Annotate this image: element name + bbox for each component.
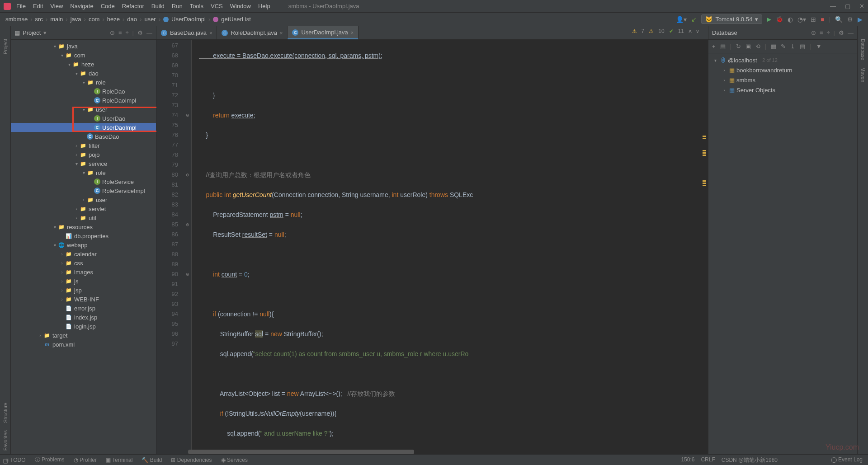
rail-project[interactable]: Project: [3, 35, 8, 58]
menu-vcs[interactable]: VCS: [211, 3, 223, 9]
tree-roleserviceimpl[interactable]: CRoleServiceImpl: [11, 186, 156, 195]
menu-help[interactable]: Help: [258, 3, 270, 9]
hide-icon[interactable]: —: [848, 29, 854, 36]
run-config-selector[interactable]: 🐱 Tomcat 9.0.54 ▾: [701, 14, 762, 24]
collapse-icon[interactable]: ÷: [125, 29, 128, 36]
tool-window-icon[interactable]: ▢: [3, 457, 8, 464]
tab-userdaoimpl[interactable]: CUserDaoImpl.java×: [288, 26, 359, 39]
tree-roledao[interactable]: IRoleDao: [11, 87, 156, 96]
refresh-icon[interactable]: ↻: [736, 43, 741, 50]
bottom-terminal[interactable]: ▣ Terminal: [106, 457, 132, 463]
bottom-build[interactable]: 🔨 Build: [142, 457, 162, 463]
sync-icon[interactable]: ▶: [858, 16, 863, 23]
chevron-down-icon[interactable]: v: [696, 28, 699, 34]
tree-roleservice[interactable]: IRoleService: [11, 177, 156, 186]
tree-util[interactable]: ›📁util: [11, 213, 156, 222]
tree-java[interactable]: ▾📁java: [11, 42, 156, 51]
edit-icon[interactable]: ✎: [781, 43, 786, 50]
tree-loginjsp[interactable]: 📄login.jsp: [11, 322, 156, 331]
minimize-icon[interactable]: —: [830, 3, 836, 9]
tree-target[interactable]: ›📁target: [11, 331, 156, 340]
db-server-objects[interactable]: ›▦Server Objects: [708, 85, 857, 95]
tree-webinf[interactable]: ›📁WEB-INF: [11, 295, 156, 304]
bottom-profiler[interactable]: ◔ Profiler: [74, 457, 97, 463]
menu-window[interactable]: Window: [230, 3, 251, 9]
bc-project[interactable]: smbmse: [5, 16, 28, 23]
tree-webapp[interactable]: ▾🌐webapp: [11, 240, 156, 249]
close-icon[interactable]: ×: [351, 30, 354, 35]
tree-filter[interactable]: ›📁filter: [11, 141, 156, 150]
tree-indexjsp[interactable]: 📄index.jsp: [11, 313, 156, 322]
db-schema[interactable]: ›▦bookborrowandreturn: [708, 65, 857, 75]
bc-user[interactable]: user: [144, 16, 156, 23]
expand-icon[interactable]: ≡: [118, 29, 122, 36]
tree-calendar[interactable]: ›📁calendar: [11, 249, 156, 258]
gear-icon[interactable]: ⚙: [839, 29, 844, 36]
menu-view[interactable]: View: [50, 3, 63, 9]
tab-roledaoimpl[interactable]: CRoleDaoImpl.java×: [217, 26, 288, 39]
chevron-down-icon[interactable]: ▾: [43, 29, 47, 36]
run-icon[interactable]: ▶: [767, 16, 771, 23]
rail-structure[interactable]: Structure: [3, 399, 8, 427]
coverage-icon[interactable]: ◐: [788, 16, 793, 23]
bc-java[interactable]: java: [71, 16, 81, 23]
tree-heze[interactable]: ▾📁heze: [11, 60, 156, 69]
bc-com[interactable]: com: [89, 16, 100, 23]
tree-svc-user[interactable]: ›📁user: [11, 195, 156, 204]
tree-userdao[interactable]: IUserDao: [11, 114, 156, 123]
event-log[interactable]: ◯ Event Log: [831, 456, 863, 463]
error-stripe[interactable]: [703, 53, 707, 186]
fold-gutter[interactable]: ⊖ ⊖ ⊖ ⊖: [184, 40, 192, 454]
tree-service[interactable]: ▾📁service: [11, 159, 156, 168]
maximize-icon[interactable]: ▢: [845, 3, 850, 9]
tree-com[interactable]: ▾📁com: [11, 51, 156, 60]
tree-user[interactable]: ▾📁user: [11, 105, 156, 114]
rollback-icon[interactable]: ⟲: [755, 43, 760, 50]
tree-userdaoimpl[interactable]: CUserDaoImpl: [11, 123, 156, 132]
bc-heze[interactable]: heze: [107, 16, 120, 23]
tab-basedao[interactable]: CBaseDao.java×: [156, 26, 217, 39]
tree-pojo[interactable]: ›📁pojo: [11, 150, 156, 159]
tree-images[interactable]: ›📁images: [11, 268, 156, 277]
line-ending[interactable]: CRLF: [701, 456, 715, 464]
db-datasource[interactable]: ▾🛢@localhost 2 of 12: [708, 55, 857, 65]
menu-code[interactable]: Code: [101, 3, 115, 9]
close-icon[interactable]: ✕: [859, 3, 864, 9]
bc-main[interactable]: main: [50, 16, 63, 23]
checkout-icon[interactable]: ↙: [691, 16, 697, 23]
tree-role[interactable]: ▾📁role: [11, 78, 156, 87]
tree-roledaoimpl[interactable]: CRoleDaoImpl: [11, 96, 156, 105]
hide-icon[interactable]: —: [146, 29, 152, 36]
menu-run[interactable]: Run: [172, 3, 183, 9]
locate-icon[interactable]: ⊙: [811, 29, 816, 36]
menu-refactor[interactable]: Refactor: [122, 3, 144, 9]
close-icon[interactable]: ×: [280, 30, 283, 36]
code-editor[interactable]: execute = BaseDao.execute(connection, sq…: [192, 40, 708, 454]
add-icon[interactable]: +: [712, 43, 716, 50]
profile-icon[interactable]: ◔▾: [797, 16, 806, 23]
attach-icon[interactable]: ⊞: [811, 16, 816, 23]
chevron-up-icon[interactable]: ʌ: [689, 28, 692, 34]
bc-dao[interactable]: dao: [127, 16, 137, 23]
user-icon[interactable]: 👤▾: [676, 16, 687, 23]
stop-icon[interactable]: ■: [821, 16, 824, 23]
settings-icon[interactable]: ⚙: [847, 16, 853, 23]
expand-icon[interactable]: ≡: [820, 29, 823, 36]
ddl-icon[interactable]: ⤓: [790, 43, 795, 50]
menu-navigate[interactable]: Navigate: [70, 3, 93, 9]
console-icon[interactable]: ▤: [800, 43, 805, 50]
search-icon[interactable]: 🔍: [835, 16, 843, 23]
inspection-summary[interactable]: ⚠7 ⚠10 ✔11 ʌ v: [632, 28, 699, 34]
tree-dbprop[interactable]: 📊db.properties: [11, 231, 156, 240]
tree-servlet[interactable]: ›📁servlet: [11, 204, 156, 213]
bottom-todo[interactable]: ≡ TODO: [5, 457, 26, 463]
database-tree[interactable]: ▾🛢@localhost 2 of 12 ›▦bookborrowandretu…: [708, 53, 857, 454]
rail-maven[interactable]: Maven: [860, 64, 866, 86]
bottom-services[interactable]: ◉ Services: [221, 457, 248, 463]
bottom-dependencies[interactable]: ⊞ Dependencies: [171, 457, 212, 463]
horizontal-scrollbar[interactable]: [188, 450, 414, 454]
db-schema[interactable]: ›▦smbms: [708, 75, 857, 85]
menu-edit[interactable]: Edit: [33, 3, 43, 9]
tree-pomxml[interactable]: mpom.xml: [11, 340, 156, 349]
duplicate-icon[interactable]: ▤: [720, 43, 726, 50]
